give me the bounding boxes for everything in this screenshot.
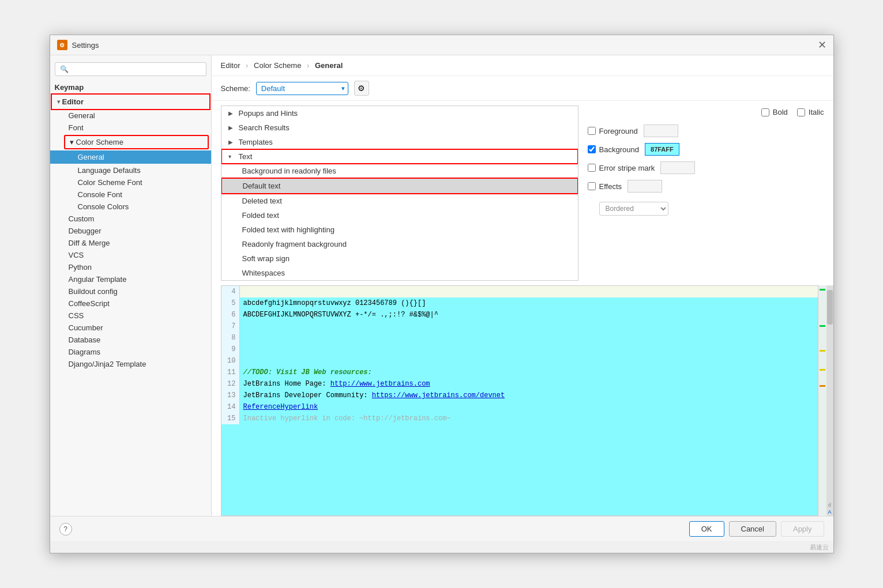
- breadcrumb-sep1: ›: [246, 61, 250, 70]
- line-content-6: ABCDEFGHIJKLMNOPQRSTUVWXYZ +-*/= .,;:!? …: [240, 309, 818, 321]
- sidebar-item-general[interactable]: General: [50, 110, 211, 122]
- background-readonly-label: Background in readonly files: [242, 167, 336, 175]
- preview-line-12: 12 JetBrains Home Page: http://www.jetbr…: [221, 378, 818, 390]
- line-content-4: [240, 286, 818, 297]
- italic-label[interactable]: Italic: [797, 108, 824, 116]
- preview-area: 4 5 abcdefghijklmnopqrstuvwxyz 012345678…: [221, 286, 818, 515]
- sidebar-item-buildout-config[interactable]: Buildout config: [50, 285, 211, 297]
- tree-search-results-label: Search Results: [239, 123, 290, 132]
- right-indicators: [818, 285, 826, 516]
- apply-button[interactable]: Apply: [781, 521, 824, 537]
- preview-line-14: 14 ReferenceHyperlink: [221, 401, 818, 413]
- background-color-box[interactable]: 87FAFF: [645, 143, 679, 156]
- diagrams-label: Diagrams: [69, 348, 101, 356]
- sidebar-item-python[interactable]: Python: [50, 261, 211, 273]
- folded-highlighting-label: Folded text with highlighting: [242, 225, 335, 234]
- foreground-color-box[interactable]: [644, 125, 678, 137]
- sidebar-item-django-jinja[interactable]: Django/Jinja2 Template: [50, 358, 211, 370]
- effects-select[interactable]: Bordered Underscored Dotted line: [599, 202, 668, 216]
- sidebar-item-console-colors[interactable]: Console Colors: [50, 201, 211, 213]
- scheme-select[interactable]: Default Classic Light Darcula High Contr…: [256, 82, 348, 95]
- background-label[interactable]: Background: [588, 145, 639, 154]
- main-content: Editor › Color Scheme › General Scheme: …: [212, 55, 833, 516]
- close-button[interactable]: ✕: [818, 40, 826, 50]
- effects-color-box[interactable]: [628, 180, 662, 193]
- sidebar-item-diagrams[interactable]: Diagrams: [50, 346, 211, 358]
- sidebar-item-diff-merge[interactable]: Diff & Merge: [50, 237, 211, 249]
- scheme-row: Scheme: Default Classic Light Darcula Hi…: [212, 76, 833, 101]
- tree-item-whitespaces[interactable]: Whitespaces: [221, 266, 578, 280]
- tree-item-folded-highlighting[interactable]: Folded text with highlighting: [221, 223, 578, 237]
- keymap-label: Keymap: [55, 83, 84, 92]
- debugger-label: Debugger: [69, 227, 102, 235]
- tree-item-deleted-text[interactable]: Deleted text: [221, 194, 578, 208]
- tree-item-popups[interactable]: ▶ Popups and Hints: [221, 106, 578, 120]
- background-text: Background: [599, 145, 639, 154]
- sidebar-item-database[interactable]: Database: [50, 334, 211, 346]
- scheme-label: Scheme:: [221, 84, 250, 93]
- sidebar-item-css[interactable]: CSS: [50, 310, 211, 322]
- line-num-11: 11: [221, 367, 240, 378]
- tree-item-templates[interactable]: ▶ Templates: [221, 135, 578, 149]
- settings-dialog: ⚙ Settings ✕ Keymap ▾ Editor General Fon…: [50, 35, 834, 553]
- foreground-label[interactable]: Foreground: [588, 127, 638, 135]
- search-input[interactable]: [55, 62, 206, 76]
- dialog-body: Keymap ▾ Editor General Font ▾ Color Sch…: [50, 55, 833, 516]
- sidebar-item-editor[interactable]: ▾ Editor: [52, 95, 209, 108]
- line-content-7: [240, 321, 818, 332]
- bold-checkbox[interactable]: [761, 108, 769, 116]
- error-stripe-color-box[interactable]: [660, 161, 695, 174]
- bold-label[interactable]: Bold: [761, 108, 788, 116]
- tree-item-folded-text[interactable]: Folded text: [221, 208, 578, 223]
- tree-item-soft-wrap[interactable]: Soft wrap sign: [221, 251, 578, 266]
- preview-line-10: 10: [221, 355, 818, 367]
- help-button[interactable]: ?: [59, 523, 72, 536]
- preview-line-6: 6 ABCDEFGHIJKLMNOPQRSTUVWXYZ +-*/= .,;:!…: [221, 309, 818, 321]
- foreground-checkbox[interactable]: [588, 127, 596, 135]
- effects-checkbox[interactable]: [588, 182, 596, 190]
- effects-label[interactable]: Effects: [588, 182, 622, 191]
- sidebar-item-language-defaults[interactable]: Language Defaults: [50, 164, 211, 176]
- tree-item-background-readonly[interactable]: Background in readonly files: [221, 164, 578, 178]
- sidebar-item-coffeescript[interactable]: CoffeeScript: [50, 297, 211, 310]
- tree-item-search-results[interactable]: ▶ Search Results: [221, 120, 578, 135]
- text-arrow: ▾: [228, 153, 235, 160]
- tree-item-default-text[interactable]: Default text: [221, 178, 578, 194]
- link-2: https://www.jetbrains.com/devnet: [372, 391, 505, 399]
- tree-item-readonly-fragment[interactable]: Readonly fragment background: [221, 237, 578, 251]
- sidebar-item-font[interactable]: Font: [50, 122, 211, 134]
- error-stripe-checkbox[interactable]: [588, 164, 596, 172]
- ok-button[interactable]: OK: [689, 521, 724, 537]
- sidebar-item-angular-template[interactable]: Angular Template: [50, 273, 211, 285]
- line-content-13: JetBrains Developer Community: https://w…: [240, 390, 818, 401]
- foreground-row: Foreground: [588, 125, 824, 137]
- tree-item-text[interactable]: ▾ Text: [221, 149, 578, 164]
- italic-checkbox[interactable]: [797, 108, 805, 116]
- angular-template-label: Angular Template: [69, 275, 127, 284]
- options-panel: Bold Italic Foreground: [578, 101, 833, 285]
- sidebar-item-color-scheme-font[interactable]: Color Scheme Font: [50, 176, 211, 189]
- link-1: http://www.jetbrains.com: [330, 380, 430, 388]
- background-checkbox[interactable]: [588, 145, 596, 153]
- sidebar-item-vcs[interactable]: VCS: [50, 249, 211, 261]
- line-num-15: 15: [221, 413, 240, 424]
- indicator-yellow: [820, 350, 825, 352]
- sidebar-item-color-scheme-group[interactable]: ▾ Color Scheme: [64, 135, 209, 149]
- line-num-8: 8: [221, 332, 240, 344]
- sidebar-item-console-font[interactable]: Console Font: [50, 189, 211, 201]
- templates-arrow: ▶: [228, 139, 235, 145]
- sidebar-item-custom[interactable]: Custom: [50, 213, 211, 225]
- sidebar-item-debugger[interactable]: Debugger: [50, 225, 211, 237]
- breadcrumb-sep2: ›: [307, 61, 311, 70]
- breadcrumb-part1: Editor: [221, 61, 241, 70]
- sidebar-item-keymap[interactable]: Keymap: [50, 81, 211, 94]
- search-results-arrow: ▶: [228, 125, 235, 131]
- scrollbar-thumb[interactable]: [827, 290, 833, 325]
- sidebar-item-general-sub[interactable]: General: [50, 150, 211, 164]
- error-stripe-label[interactable]: Error stripe mark: [588, 164, 655, 172]
- line-content-10: [240, 355, 818, 367]
- cancel-button[interactable]: Cancel: [729, 521, 776, 537]
- sidebar-item-cucumber[interactable]: Cucumber: [50, 322, 211, 334]
- gear-button[interactable]: ⚙: [354, 81, 369, 96]
- scrollbar[interactable]: d A: [826, 285, 833, 516]
